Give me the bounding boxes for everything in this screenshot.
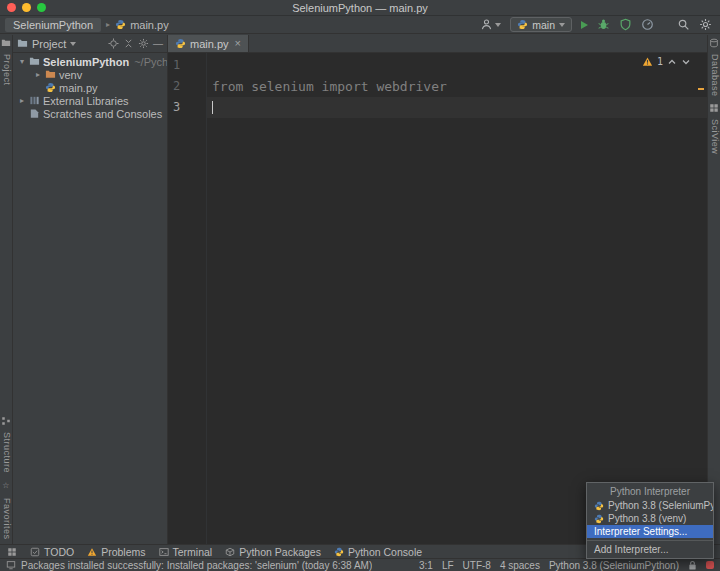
tool-window-button-problems[interactable]: Problems [87,546,145,558]
warning-count: 1 [657,56,663,67]
tool-window-button-favorites[interactable]: Favorites [0,498,13,540]
tree-item-label: main.py [59,82,98,94]
previous-problem-chevron-up-icon[interactable] [667,57,677,67]
interpreter-widget[interactable]: Python 3.8 (SeleniumPython) [549,560,679,571]
fullscreen-window-button[interactable] [37,3,46,12]
collapse-all-icon[interactable] [123,38,134,49]
token-identifier: selenium [251,79,321,94]
tool-window-button-project[interactable]: Project [0,54,13,86]
code-editor[interactable]: 1 2 3 from selenium import webdriver 1 [168,53,707,544]
line-number-current: 3 [168,97,206,118]
popup-title: Python Interpreter [587,483,713,499]
tool-window-label: TODO [44,546,74,558]
breadcrumb-file[interactable]: main.py [115,19,169,31]
project-tool-window-icon[interactable] [1,38,11,48]
tool-window-button-python-packages[interactable]: Python Packages [225,546,321,558]
main-area: Project Structure ☆ Favorites Project — … [0,35,720,544]
python-file-icon [45,82,56,93]
python-icon [594,514,604,524]
popup-item-interpreter-venv[interactable]: Python 3.8 (venv) [587,512,713,525]
chevron-down-icon[interactable] [70,42,76,46]
chevron-collapsed-icon[interactable]: ▸ [34,68,42,81]
tool-window-label: Terminal [173,546,213,558]
caret-position-widget[interactable]: 3:1 [419,560,433,571]
tree-item-scratches[interactable]: Scratches and Consoles [13,107,167,120]
tree-item-external-libraries[interactable]: ▸ External Libraries [13,94,167,107]
popup-separator [587,540,713,541]
popup-item-add-interpreter[interactable]: Add Interpreter... [587,543,713,556]
chevron-expanded-icon[interactable]: ▾ [18,55,26,68]
warning-triangle-icon [642,56,653,67]
profiler-button[interactable] [641,18,654,31]
close-window-button[interactable] [7,3,16,12]
code-line-2: from selenium import webdriver [207,76,707,97]
status-message: Packages installed successfully: Install… [21,560,372,571]
debug-button[interactable] [597,18,610,31]
scratches-icon [29,108,40,119]
todo-icon [30,547,40,557]
editor-area: main.py × 1 2 3 from selenium import web… [168,35,707,544]
tool-window-button-terminal[interactable]: Terminal [159,546,213,558]
tree-item-project-root[interactable]: ▾ SeleniumPython ~/PycharmProjects [13,55,167,68]
minimize-window-button[interactable] [22,3,31,12]
tree-item-venv[interactable]: ▸ venv [13,68,167,81]
tool-window-button-sciview[interactable]: SciView [708,119,720,154]
select-opened-file-icon[interactable] [108,38,119,49]
right-tool-window-stripe: Database SciView [707,35,720,544]
lock-icon[interactable] [688,560,697,571]
tool-window-button-structure[interactable]: Structure [0,432,13,473]
tool-window-button-todo[interactable]: TODO [30,546,74,558]
editor-tab-label: main.py [190,38,229,50]
tree-item-label: External Libraries [43,95,129,107]
tree-item-path-hint: ~/PycharmProjects [134,56,167,68]
editor-gutter[interactable]: 1 2 3 [168,53,207,544]
pycharm-window: SeleniumPython — main.py SeleniumPython … [0,0,720,571]
notifications-icon[interactable] [706,561,714,569]
tool-window-button-database[interactable]: Database [708,54,720,97]
hide-panel-icon[interactable]: — [153,39,163,49]
panel-settings-gear-icon[interactable] [138,38,149,49]
error-stripe-warning-mark[interactable] [698,88,704,90]
run-with-coverage-button[interactable] [619,18,632,31]
next-problem-chevron-down-icon[interactable] [681,57,691,67]
inspections-widget[interactable]: 1 [642,56,691,67]
terminal-icon [159,547,169,557]
tool-window-button-python-console[interactable]: Python Console [334,546,422,558]
encoding-widget[interactable]: UTF-8 [463,560,491,571]
code-with-me-button[interactable] [480,18,501,31]
editor-code[interactable]: from selenium import webdriver [207,53,707,544]
chevron-collapsed-icon[interactable]: ▸ [18,94,26,107]
database-tool-window-icon[interactable] [709,38,719,48]
popup-item-label: Python 3.8 (venv) [608,513,686,524]
project-folder-icon [29,56,40,67]
tool-window-label: Python Packages [239,546,321,558]
tool-window-quick-access-icon[interactable] [7,547,17,557]
text-caret [212,101,213,114]
popup-item-interpreter-settings[interactable]: Interpreter Settings... [587,525,713,538]
popup-item-interpreter-project[interactable]: Python 3.8 (SeleniumPython) [587,499,713,512]
project-panel-title[interactable]: Project [32,38,66,50]
indent-widget[interactable]: 4 spaces [500,560,540,571]
run-configuration-select[interactable]: main [510,17,572,32]
python-icon [517,19,528,30]
status-widgets: 3:1 LF UTF-8 4 spaces Python 3.8 (Seleni… [419,560,714,571]
editor-tab-main-py[interactable]: main.py × [168,35,249,52]
sciview-tool-window-icon[interactable] [709,103,719,113]
settings-gear-icon[interactable] [699,18,712,31]
tree-item-main-py[interactable]: main.py [13,81,167,94]
close-tab-icon[interactable]: × [235,38,241,49]
window-controls [0,3,46,12]
structure-tool-window-icon[interactable] [1,416,11,426]
star-icon: ☆ [2,479,10,492]
search-everywhere-icon[interactable] [677,18,690,31]
run-button[interactable] [581,21,588,29]
event-log-monitor-icon[interactable] [6,560,16,570]
token-keyword: from [212,79,251,94]
status-bar: Packages installed successfully: Install… [0,558,720,571]
breadcrumb: SeleniumPython ▸ main.py [5,18,169,32]
chevron-down-icon [559,23,565,27]
tree-item-label: SeleniumPython [43,56,129,68]
line-separator-widget[interactable]: LF [442,560,454,571]
status-message-area[interactable]: Packages installed successfully: Install… [6,560,372,571]
breadcrumb-project[interactable]: SeleniumPython [5,18,101,32]
